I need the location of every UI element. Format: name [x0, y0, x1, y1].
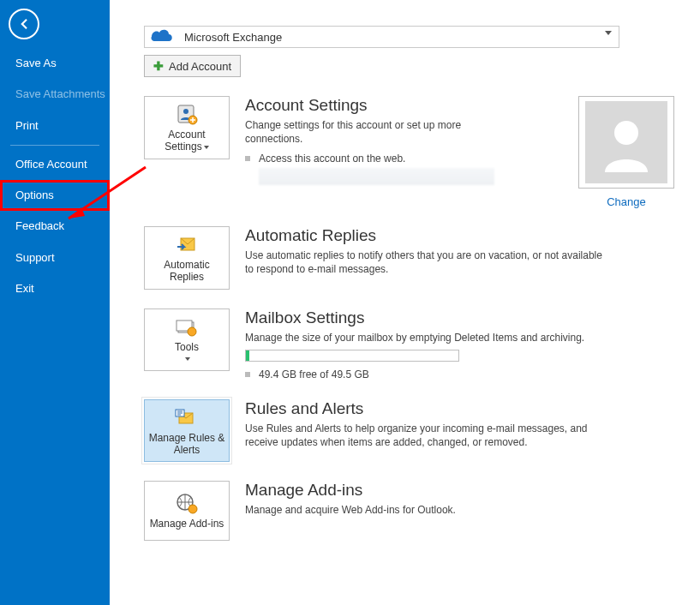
- tile-manage-rules[interactable]: Manage Rules & Alerts: [144, 399, 230, 463]
- add-account-label: Add Account: [169, 60, 231, 73]
- tile-automatic-replies-label: Automatic Replies: [148, 260, 225, 284]
- tile-account-settings[interactable]: Account Settings: [144, 96, 230, 159]
- addins-icon: [173, 493, 200, 515]
- automatic-replies-title: Automatic Replies: [245, 226, 674, 245]
- svg-point-8: [188, 327, 196, 336]
- account-web-access-text: Access this account on the web.: [259, 153, 405, 165]
- mailbox-quota-text: 49.4 GB free of 49.5 GB: [259, 368, 369, 380]
- account-settings-icon: [173, 104, 200, 126]
- nav-support[interactable]: Support: [0, 243, 110, 273]
- chevron-down-icon: [204, 146, 209, 149]
- nav-print[interactable]: Print: [0, 111, 110, 141]
- manage-addins-desc: Manage and acquire Web Add-ins for Outlo…: [245, 503, 613, 517]
- exchange-icon: [150, 29, 174, 45]
- chevron-down-icon: [605, 31, 612, 35]
- svg-point-4: [614, 121, 638, 145]
- arrow-left-icon: [16, 16, 32, 32]
- rules-alerts-title: Rules and Alerts: [245, 399, 674, 418]
- nav-feedback[interactable]: Feedback: [0, 211, 110, 242]
- plus-icon: ✚: [153, 59, 164, 73]
- account-dropdown[interactable]: Microsoft Exchange: [144, 26, 619, 48]
- chevron-down-icon: [185, 357, 190, 361]
- tile-tools[interactable]: Tools: [144, 308, 230, 372]
- account-avatar-block: Change: [578, 96, 674, 208]
- automatic-replies-icon: [173, 234, 200, 256]
- tools-icon: [173, 316, 200, 338]
- avatar-placeholder-icon: [585, 101, 667, 183]
- bullet-icon: [245, 156, 250, 161]
- change-photo-link[interactable]: Change: [607, 195, 646, 208]
- nav-options[interactable]: Options: [0, 180, 110, 211]
- nav-exit[interactable]: Exit: [0, 273, 110, 304]
- tile-manage-addins[interactable]: Manage Add-ins: [144, 481, 230, 541]
- section-rules-alerts: Manage Rules & Alerts Rules and Alerts U…: [144, 399, 674, 463]
- tile-manage-rules-label: Manage Rules & Alerts: [148, 433, 225, 457]
- section-account-settings: Account Settings Account Settings Change…: [144, 96, 674, 207]
- nav-save-as[interactable]: Save As: [0, 48, 110, 79]
- avatar-frame: [578, 96, 674, 189]
- tile-manage-addins-label: Manage Add-ins: [150, 518, 224, 530]
- rules-alerts-icon: [173, 407, 200, 429]
- back-button[interactable]: [9, 9, 39, 39]
- svg-point-2: [183, 109, 188, 114]
- manage-addins-title: Manage Add-ins: [245, 481, 674, 500]
- svg-point-12: [188, 505, 197, 513]
- nav-separator: [10, 145, 99, 146]
- rules-alerts-desc: Use Rules and Alerts to help organize yo…: [245, 422, 613, 449]
- backstage-sidebar: Save As Save Attachments Print Office Ac…: [0, 0, 110, 605]
- automatic-replies-desc: Use automatic replies to notify others t…: [245, 249, 613, 276]
- nav-office-account[interactable]: Office Account: [0, 149, 110, 180]
- mailbox-settings-desc: Manage the size of your mailbox by empty…: [245, 331, 613, 344]
- mailbox-settings-title: Mailbox Settings: [245, 308, 674, 327]
- nav-save-attachments: Save Attachments: [0, 79, 110, 110]
- account-settings-desc: Change settings for this account or set …: [245, 118, 468, 146]
- backstage-main: Microsoft Exchange ✚ Add Account Account…: [110, 0, 700, 605]
- bullet-icon: [245, 372, 250, 377]
- section-automatic-replies: Automatic Replies Automatic Replies Use …: [144, 226, 674, 290]
- tile-tools-label: Tools: [175, 342, 199, 366]
- mailbox-quota-fill: [246, 350, 249, 361]
- section-manage-addins: Manage Add-ins Manage Add-ins Manage and…: [144, 481, 674, 541]
- tile-automatic-replies[interactable]: Automatic Replies: [144, 226, 230, 290]
- tile-account-settings-label: Account Settings: [148, 129, 225, 153]
- add-account-button[interactable]: ✚ Add Account: [144, 55, 241, 77]
- mailbox-quota-bar: [245, 350, 459, 362]
- mailbox-quota-row: 49.4 GB free of 49.5 GB: [245, 368, 674, 380]
- section-mailbox-settings: Tools Mailbox Settings Manage the size o…: [144, 308, 674, 380]
- account-dropdown-label: Microsoft Exchange: [184, 31, 282, 44]
- account-web-url-redacted: [259, 168, 494, 185]
